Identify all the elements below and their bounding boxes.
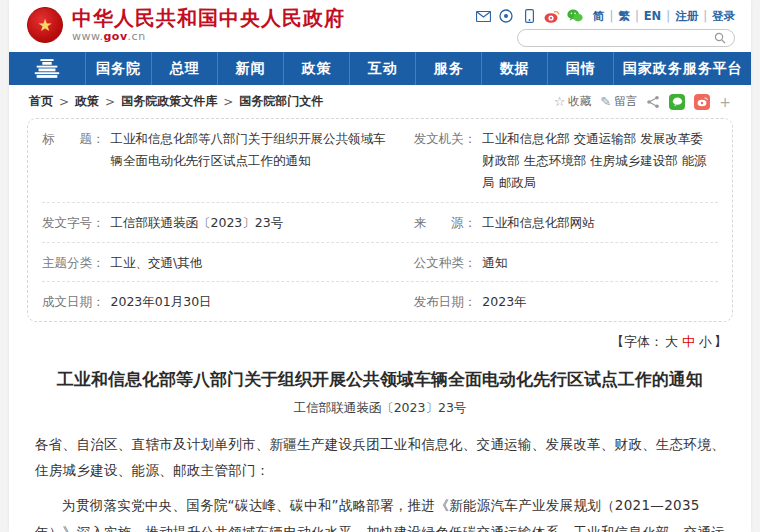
meta-label-source: 来 源： <box>414 212 477 234</box>
star-icon: ☆ <box>554 94 566 109</box>
meta-row-number-source: 发文字号： 工信部联通装函〔2023〕23号 来 源： 工业和信息化部网站 <box>42 203 718 243</box>
meta-label-doc-type: 公文种类： <box>414 252 477 274</box>
meta-row-dates: 成文日期： 2023年01月30日 发布日期： 2023年 <box>42 282 718 321</box>
breadcrumb-separator: > <box>105 95 115 109</box>
breadcrumb: 首页 > 政策 > 国务院政策文件库 > 国务院部门文件 <box>29 93 323 110</box>
link-separator: | <box>703 9 707 23</box>
pencil-icon: ✎ <box>600 94 611 109</box>
document-meta-table: 标 题： 工业和信息化部等八部门关于组织开展公共领域车辆全面电动化先行区试点工作… <box>27 118 733 322</box>
link-separator: | <box>635 9 639 23</box>
mail-icon[interactable] <box>475 8 491 24</box>
breadcrumb-policy[interactable]: 政策 <box>75 93 99 110</box>
meta-label-doc-number: 发文字号： <box>42 212 105 234</box>
link-separator: | <box>610 9 614 23</box>
meta-cell-title: 标 题： 工业和信息化部等八部门关于组织开展公共领域车辆全面电动化先行区试点工作… <box>42 128 414 194</box>
site-header: ★ 中华人民共和国中央人民政府 www.gov.cn <box>9 0 751 52</box>
meta-cell-source: 来 源： 工业和信息化部网站 <box>414 212 718 234</box>
breadcrumb-policy-library[interactable]: 国务院政策文件库 <box>121 93 217 110</box>
font-selector-suffix: 】 <box>714 334 727 349</box>
nav-item-premier[interactable]: 总理 <box>151 52 217 85</box>
article-addressee: 各省、自治区、直辖市及计划单列市、新疆生产建设兵团工业和信息化、交通运输、发展改… <box>35 431 725 484</box>
nav-item-national-conditions[interactable]: 国情 <box>547 52 613 85</box>
meta-value-publish-date: 2023年 <box>482 291 526 313</box>
meta-cell-doc-number: 发文字号： 工信部联通装函〔2023〕23号 <box>42 212 414 234</box>
main-nav: 国务院 总理 新闻 政策 互动 服务 数据 国情 国家政务服务平台 <box>9 52 751 85</box>
meta-value-doc-type: 通知 <box>482 252 507 274</box>
meta-cell-written-date: 成文日期： 2023年01月30日 <box>42 291 414 313</box>
meta-value-doc-number: 工信部联通装函〔2023〕23号 <box>111 212 284 234</box>
wechat-icon[interactable] <box>567 8 583 24</box>
icon-link-row: 简|繁|EN|注册|登录 <box>475 8 735 24</box>
login-link[interactable]: 登录 <box>712 9 735 24</box>
breadcrumb-home[interactable]: 首页 <box>29 93 53 110</box>
site-titles: 中华人民共和国中央人民政府 www.gov.cn <box>72 7 345 43</box>
article-doc-number: 工信部联通装函〔2023〕23号 <box>35 400 725 417</box>
weibo-icon[interactable] <box>544 8 560 24</box>
article-body-paragraph: 为贯彻落实党中央、国务院“碳达峰、碳中和”战略部署，推进《新能源汽车产业发展规划… <box>35 492 725 532</box>
meta-label-agency: 发文机关： <box>414 128 477 194</box>
nav-item-gov-service-platform[interactable]: 国家政务服务平台 <box>613 52 751 85</box>
meta-row-title-agency: 标 题： 工业和信息化部等八部门关于组织开展公共领域车辆全面电动化先行区试点工作… <box>42 119 718 203</box>
breadcrumb-separator: > <box>223 95 233 109</box>
meta-label-title: 标 题： <box>42 128 105 194</box>
meta-value-title: 工业和信息化部等八部门关于组织开展公共领域车辆全面电动化先行区试点工作的通知 <box>111 128 398 194</box>
national-emblem-icon: ★ <box>27 7 63 43</box>
comment-button[interactable]: ✎留言 <box>600 94 637 109</box>
font-size-selector: 【字体：大中小】 <box>9 328 751 351</box>
favorite-label: 收藏 <box>568 94 591 109</box>
quick-links: 简|繁|EN|注册|登录 <box>593 9 735 24</box>
more-share-button[interactable]: + <box>719 94 731 110</box>
comment-label: 留言 <box>614 94 637 109</box>
share-icon[interactable] <box>646 95 660 109</box>
font-size-small[interactable]: 小 <box>699 334 712 349</box>
site-url: www.gov.cn <box>72 31 345 43</box>
url-prefix: www. <box>72 30 103 43</box>
nav-item-interaction[interactable]: 互动 <box>349 52 415 85</box>
breadcrumb-separator: > <box>59 95 69 109</box>
search-input[interactable] <box>524 31 712 45</box>
meta-cell-publish-date: 发布日期： 2023年 <box>414 291 718 313</box>
lang-traditional[interactable]: 繁 <box>618 9 630 24</box>
meta-value-source: 工业和信息化部网站 <box>482 212 595 234</box>
home-icon[interactable] <box>9 52 85 85</box>
search-bar[interactable] <box>517 29 735 47</box>
main-container: ★ 中华人民共和国中央人民政府 www.gov.cn <box>9 0 751 532</box>
header-right: 简|繁|EN|注册|登录 <box>475 8 735 47</box>
meta-value-agency: 工业和信息化部 交通运输部 发展改革委 财政部 生态环境部 住房城乡建设部 能源… <box>482 128 718 194</box>
breadcrumb-row: 首页 > 政策 > 国务院政策文件库 > 国务院部门文件 ☆收藏 ✎留言 <box>9 85 751 116</box>
meta-cell-category: 主题分类： 工业、交通\其他 <box>42 252 414 274</box>
mobile-icon[interactable] <box>521 8 537 24</box>
article: 工业和信息化部等八部门关于组织开展公共领域车辆全面电动化先行区试点工作的通知 工… <box>9 351 751 532</box>
meta-row-category-type: 主题分类： 工业、交通\其他 公文种类： 通知 <box>42 243 718 283</box>
nav-item-data[interactable]: 数据 <box>481 52 547 85</box>
search-icon[interactable] <box>712 30 728 46</box>
share-wechat-icon[interactable] <box>669 94 685 110</box>
register-link[interactable]: 注册 <box>675 9 698 24</box>
font-size-medium[interactable]: 中 <box>682 334 695 349</box>
page-actions: ☆收藏 ✎留言 + <box>554 94 731 110</box>
link-separator: | <box>666 9 670 23</box>
nav-item-services[interactable]: 服务 <box>415 52 481 85</box>
meta-label-publish-date: 发布日期： <box>414 291 477 313</box>
share-weibo-icon[interactable] <box>694 94 710 110</box>
nav-item-news[interactable]: 新闻 <box>217 52 283 85</box>
font-size-large[interactable]: 大 <box>665 334 678 349</box>
article-title: 工业和信息化部等八部门关于组织开展公共领域车辆全面电动化先行区试点工作的通知 <box>35 367 725 393</box>
meta-cell-doc-type: 公文种类： 通知 <box>414 252 718 274</box>
lang-english[interactable]: EN <box>644 9 661 23</box>
meta-value-written-date: 2023年01月30日 <box>111 291 212 313</box>
meta-label-written-date: 成文日期： <box>42 291 105 313</box>
meta-label-category: 主题分类： <box>42 252 105 274</box>
breadcrumb-department-documents[interactable]: 国务院部门文件 <box>239 93 323 110</box>
url-highlight: gov <box>103 30 127 43</box>
nav-item-policy[interactable]: 政策 <box>283 52 349 85</box>
favorite-button[interactable]: ☆收藏 <box>554 94 592 109</box>
font-selector-prefix: 【字体： <box>611 334 663 349</box>
site-title: 中华人民共和国中央人民政府 <box>72 7 345 29</box>
nav-item-state-council[interactable]: 国务院 <box>85 52 151 85</box>
meta-cell-agency: 发文机关： 工业和信息化部 交通运输部 发展改革委 财政部 生态环境部 住房城乡… <box>414 128 718 194</box>
client-icon[interactable] <box>498 8 514 24</box>
page: ★ 中华人民共和国中央人民政府 www.gov.cn <box>0 0 760 532</box>
meta-value-category: 工业、交通\其他 <box>111 252 203 274</box>
lang-simplified[interactable]: 简 <box>593 9 605 24</box>
